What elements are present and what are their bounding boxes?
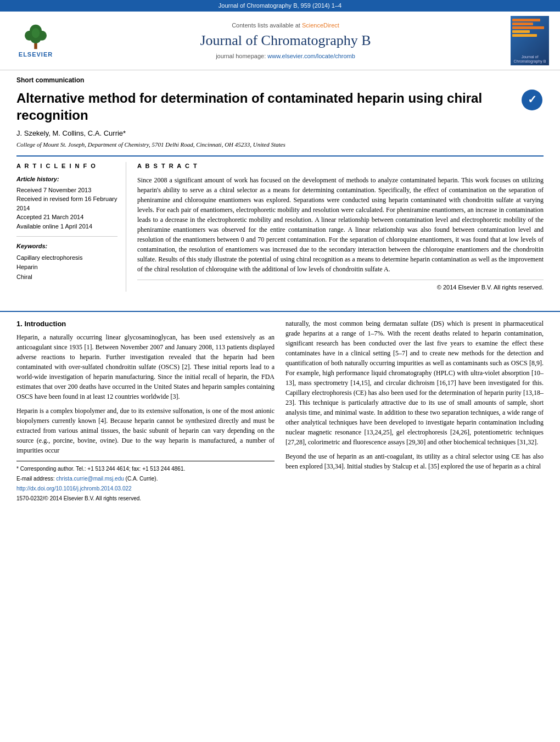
sciencedirect-line: Contents lists available at ScienceDirec… [60,21,511,30]
journal-top-bar: Journal of Chromatography B, 959 (2014) … [0,0,560,12]
body-para-2: Heparin is a complex biopolymer and, due… [16,406,275,455]
footnote-email: E-mail address: christa.currie@mail.msj.… [16,475,275,483]
footnote-issn: 1570-0232/© 2014 Elsevier B.V. All right… [16,494,275,503]
svg-text:✓: ✓ [528,93,537,105]
cover-decoration-3 [512,26,544,29]
article-type: Short communication [16,76,544,85]
article-affiliation: College of Mount St. Joseph, Department … [16,141,544,149]
article-history: Article history: Received 7 November 201… [16,175,117,231]
cover-decoration-1 [512,19,540,21]
article-title-row: Alternative method for determination of … [16,90,544,124]
email-link[interactable]: christa.currie@mail.msj.edu [56,476,124,482]
article-content: Short communication Alternative method f… [0,70,560,308]
copyright-line: © 2014 Elsevier B.V. All rights reserved… [137,280,544,292]
journal-header: ELSEVIER Contents lists available at Sci… [0,12,560,70]
info-divider [16,236,117,237]
cover-decoration-4 [512,30,530,33]
abstract-title: A B S T R A C T [137,162,544,170]
article-info-column: A R T I C L E I N F O Article history: R… [16,162,126,292]
history-received: Received 7 November 2013 [16,186,117,195]
history-online: Available online 1 April 2014 [16,222,117,231]
cover-decoration-2 [512,23,533,25]
elsevier-logo: ELSEVIER [11,23,60,59]
journal-header-center: Contents lists available at ScienceDirec… [60,21,511,60]
history-accepted: Accepted 21 March 2014 [16,213,117,222]
history-revised: Received in revised form 16 February 201… [16,194,117,213]
elsevier-wordmark: ELSEVIER [19,51,53,59]
svg-point-5 [32,28,40,38]
journal-cover-image: Journal ofChromatography B [511,16,549,65]
keywords-section: Keywords: Capillary electrophoresis Hepa… [16,242,117,282]
email-label: E-mail address: [16,476,54,482]
body-left-column: 1. Introduction Heparin, a naturally occ… [16,319,275,505]
article-title: Alternative method for determination of … [16,90,516,124]
article-meta-section: A R T I C L E I N F O Article history: R… [16,155,544,292]
email-person: (C.A. Currie). [126,476,158,482]
body-para-1: Heparin, a naturally occurring linear gl… [16,332,275,401]
article-info-title: A R T I C L E I N F O [16,162,117,170]
footnote-doi: http://dx.doi.org/10.1016/j.jchromb.2014… [16,484,275,493]
abstract-column: A B S T R A C T Since 2008 a significant… [137,162,544,292]
history-label: Article history: [16,175,117,183]
crossmark-badge[interactable]: ✓ [522,90,544,111]
article-body: 1. Introduction Heparin, a naturally occ… [0,311,560,505]
body-right-para-2: Beyond the use of heparin as an anti-coa… [285,451,544,471]
journal-homepage: journal homepage: www.elsevier.com/locat… [60,52,511,60]
body-right-para-1: naturally, the most common being dermata… [285,319,544,447]
journal-homepage-link[interactable]: www.elsevier.com/locate/chromb [267,53,355,59]
doi-link[interactable]: http://dx.doi.org/10.1016/j.jchromb.2014… [16,486,132,492]
cover-decoration-5 [512,34,537,37]
keywords-label: Keywords: [16,242,117,250]
keyword-3: Chiral [16,272,117,282]
abstract-text: Since 2008 a significant amount of work … [137,175,544,274]
section-1-heading: 1. Introduction [16,319,275,330]
footnote-corresponding: * Corresponding author. Tel.: +1 513 244… [16,465,275,473]
keyword-2: Heparin [16,263,117,272]
keyword-list: Capillary electrophoresis Heparin Chiral [16,253,117,282]
elsevier-tree-icon [19,23,52,51]
article-authors: J. Szekely, M. Collins, C.A. Currie* [16,129,544,138]
footnote-section: * Corresponding author. Tel.: +1 513 244… [16,461,275,503]
keyword-1: Capillary electrophoresis [16,253,117,263]
journal-title: Journal of Chromatography B [60,31,511,51]
sciencedirect-link[interactable]: ScienceDirect [302,22,339,29]
svg-rect-0 [34,43,37,49]
body-right-column: naturally, the most common being dermata… [285,319,544,505]
crossmark-icon: ✓ [522,90,542,110]
